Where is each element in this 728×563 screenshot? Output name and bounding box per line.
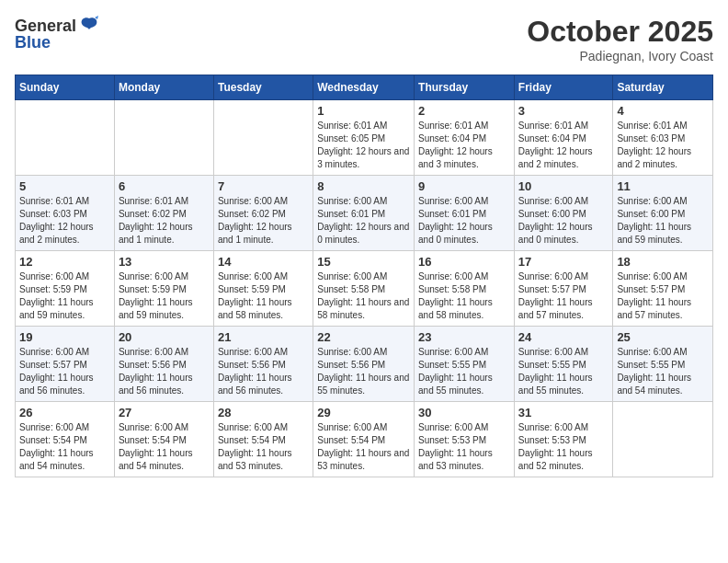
day-number: 30 [418, 406, 510, 419]
calendar-cell: 3Sunrise: 6:01 AM Sunset: 6:04 PM Daylig… [514, 100, 613, 176]
day-info: Sunrise: 6:00 AM Sunset: 5:54 PM Dayligh… [119, 421, 210, 473]
calendar-cell: 21Sunrise: 6:00 AM Sunset: 5:56 PM Dayli… [213, 327, 313, 402]
day-info: Sunrise: 6:01 AM Sunset: 6:05 PM Dayligh… [317, 120, 410, 171]
calendar-cell: 28Sunrise: 6:00 AM Sunset: 5:54 PM Dayli… [213, 402, 313, 477]
calendar-cell: 27Sunrise: 6:00 AM Sunset: 5:54 PM Dayli… [114, 402, 213, 477]
title-area: October 2025 Padiegnan, Ivory Coast [527, 15, 713, 63]
weekday-header-thursday: Thursday [415, 75, 515, 100]
day-info: Sunrise: 6:00 AM Sunset: 5:55 PM Dayligh… [418, 346, 510, 397]
day-info: Sunrise: 6:01 AM Sunset: 6:03 PM Dayligh… [617, 120, 709, 171]
day-info: Sunrise: 6:00 AM Sunset: 5:59 PM Dayligh… [119, 270, 210, 322]
day-info: Sunrise: 6:00 AM Sunset: 5:59 PM Dayligh… [19, 270, 110, 322]
calendar-cell: 17Sunrise: 6:00 AM Sunset: 5:57 PM Dayli… [514, 251, 613, 327]
day-info: Sunrise: 6:00 AM Sunset: 6:01 PM Dayligh… [418, 195, 510, 247]
day-number: 19 [19, 330, 110, 344]
weekday-header-friday: Friday [514, 75, 613, 100]
day-info: Sunrise: 6:00 AM Sunset: 5:57 PM Dayligh… [518, 270, 609, 322]
calendar-cell: 11Sunrise: 6:00 AM Sunset: 6:00 PM Dayli… [613, 176, 713, 251]
day-info: Sunrise: 6:01 AM Sunset: 6:04 PM Dayligh… [418, 120, 510, 171]
day-number: 21 [218, 330, 309, 344]
calendar-cell: 19Sunrise: 6:00 AM Sunset: 5:57 PM Dayli… [16, 327, 115, 402]
logo: General Blue [15, 15, 100, 52]
calendar-cell [613, 402, 713, 477]
day-info: Sunrise: 6:00 AM Sunset: 5:57 PM Dayligh… [19, 346, 110, 397]
day-number: 15 [317, 255, 410, 269]
calendar-cell: 4Sunrise: 6:01 AM Sunset: 6:03 PM Daylig… [613, 100, 713, 176]
logo-bird-icon [78, 15, 100, 37]
day-number: 16 [418, 255, 510, 269]
day-number: 11 [617, 179, 709, 193]
calendar-cell [16, 100, 115, 176]
calendar-cell: 10Sunrise: 6:00 AM Sunset: 6:00 PM Dayli… [514, 176, 613, 251]
calendar-cell: 22Sunrise: 6:00 AM Sunset: 5:56 PM Dayli… [313, 327, 415, 402]
calendar-cell: 12Sunrise: 6:00 AM Sunset: 5:59 PM Dayli… [16, 251, 115, 327]
calendar-cell: 7Sunrise: 6:00 AM Sunset: 6:02 PM Daylig… [213, 176, 313, 251]
day-number: 17 [518, 255, 609, 269]
calendar-cell: 18Sunrise: 6:00 AM Sunset: 5:57 PM Dayli… [613, 251, 713, 327]
day-info: Sunrise: 6:00 AM Sunset: 5:58 PM Dayligh… [418, 270, 510, 322]
day-number: 2 [418, 104, 510, 118]
weekday-header-wednesday: Wednesday [313, 75, 415, 100]
calendar-cell: 8Sunrise: 6:00 AM Sunset: 6:01 PM Daylig… [313, 176, 415, 251]
weekday-header-row: SundayMondayTuesdayWednesdayThursdayFrid… [16, 75, 713, 100]
day-info: Sunrise: 6:00 AM Sunset: 5:56 PM Dayligh… [218, 346, 309, 397]
calendar-week-3: 12Sunrise: 6:00 AM Sunset: 5:59 PM Dayli… [16, 251, 713, 327]
calendar-week-1: 1Sunrise: 6:01 AM Sunset: 6:05 PM Daylig… [16, 100, 713, 176]
calendar-cell [114, 100, 213, 176]
day-number: 7 [218, 179, 309, 193]
weekday-header-saturday: Saturday [613, 75, 713, 100]
day-info: Sunrise: 6:00 AM Sunset: 6:01 PM Dayligh… [317, 195, 410, 247]
calendar-cell: 16Sunrise: 6:00 AM Sunset: 5:58 PM Dayli… [415, 251, 515, 327]
calendar-cell: 25Sunrise: 6:00 AM Sunset: 5:55 PM Dayli… [613, 327, 713, 402]
day-number: 9 [418, 179, 510, 193]
calendar-cell: 26Sunrise: 6:00 AM Sunset: 5:54 PM Dayli… [16, 402, 115, 477]
day-number: 31 [518, 406, 609, 419]
calendar-cell: 31Sunrise: 6:00 AM Sunset: 5:53 PM Dayli… [514, 402, 613, 477]
day-info: Sunrise: 6:00 AM Sunset: 6:00 PM Dayligh… [617, 195, 709, 247]
day-number: 20 [119, 330, 210, 344]
day-number: 12 [19, 255, 110, 269]
day-number: 10 [518, 179, 609, 193]
calendar-cell: 23Sunrise: 6:00 AM Sunset: 5:55 PM Dayli… [415, 327, 515, 402]
day-info: Sunrise: 6:00 AM Sunset: 5:55 PM Dayligh… [617, 346, 709, 397]
day-number: 29 [317, 406, 410, 419]
day-info: Sunrise: 6:00 AM Sunset: 5:57 PM Dayligh… [617, 270, 709, 322]
day-number: 1 [317, 104, 410, 118]
weekday-header-tuesday: Tuesday [213, 75, 313, 100]
day-info: Sunrise: 6:01 AM Sunset: 6:03 PM Dayligh… [19, 195, 110, 247]
day-number: 4 [617, 104, 709, 118]
page-header: General Blue October 2025 Padiegnan, Ivo… [15, 15, 713, 63]
weekday-header-monday: Monday [114, 75, 213, 100]
month-title: October 2025 [527, 15, 713, 49]
day-info: Sunrise: 6:00 AM Sunset: 6:02 PM Dayligh… [218, 195, 309, 247]
day-info: Sunrise: 6:01 AM Sunset: 6:02 PM Dayligh… [119, 195, 210, 247]
weekday-header-sunday: Sunday [16, 75, 115, 100]
calendar-week-4: 19Sunrise: 6:00 AM Sunset: 5:57 PM Dayli… [16, 327, 713, 402]
day-info: Sunrise: 6:00 AM Sunset: 5:54 PM Dayligh… [317, 421, 410, 473]
calendar-cell: 15Sunrise: 6:00 AM Sunset: 5:58 PM Dayli… [313, 251, 415, 327]
day-info: Sunrise: 6:00 AM Sunset: 5:58 PM Dayligh… [317, 270, 410, 322]
day-number: 14 [218, 255, 309, 269]
calendar-cell: 6Sunrise: 6:01 AM Sunset: 6:02 PM Daylig… [114, 176, 213, 251]
day-number: 6 [119, 179, 210, 193]
calendar-cell: 9Sunrise: 6:00 AM Sunset: 6:01 PM Daylig… [415, 176, 515, 251]
day-info: Sunrise: 6:00 AM Sunset: 6:00 PM Dayligh… [518, 195, 609, 247]
calendar-cell: 2Sunrise: 6:01 AM Sunset: 6:04 PM Daylig… [415, 100, 515, 176]
day-info: Sunrise: 6:00 AM Sunset: 5:53 PM Dayligh… [418, 421, 510, 473]
calendar-cell: 30Sunrise: 6:00 AM Sunset: 5:53 PM Dayli… [415, 402, 515, 477]
calendar-table: SundayMondayTuesdayWednesdayThursdayFrid… [15, 75, 713, 477]
day-info: Sunrise: 6:00 AM Sunset: 5:55 PM Dayligh… [518, 346, 609, 397]
day-info: Sunrise: 6:00 AM Sunset: 5:54 PM Dayligh… [19, 421, 110, 473]
day-number: 8 [317, 179, 410, 193]
day-info: Sunrise: 6:01 AM Sunset: 6:04 PM Dayligh… [518, 120, 609, 171]
logo-blue: Blue [15, 33, 51, 52]
day-number: 23 [418, 330, 510, 344]
calendar-cell: 1Sunrise: 6:01 AM Sunset: 6:05 PM Daylig… [313, 100, 415, 176]
day-info: Sunrise: 6:00 AM Sunset: 5:59 PM Dayligh… [218, 270, 309, 322]
calendar-week-5: 26Sunrise: 6:00 AM Sunset: 5:54 PM Dayli… [16, 402, 713, 477]
day-info: Sunrise: 6:00 AM Sunset: 5:56 PM Dayligh… [317, 346, 410, 397]
day-number: 13 [119, 255, 210, 269]
day-number: 5 [19, 179, 110, 193]
day-info: Sunrise: 6:00 AM Sunset: 5:54 PM Dayligh… [218, 421, 309, 473]
location-subtitle: Padiegnan, Ivory Coast [527, 49, 713, 63]
